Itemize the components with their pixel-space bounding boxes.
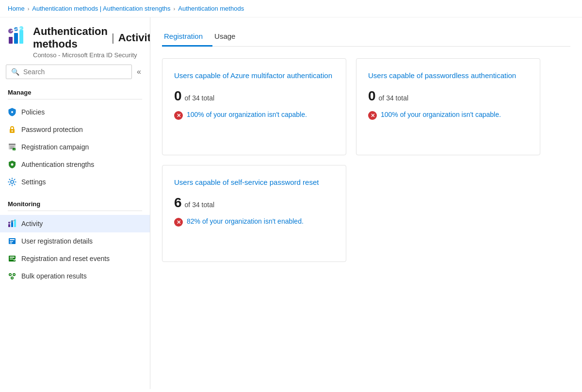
svg-rect-28: [10, 257, 15, 258]
sspr-card-title[interactable]: Users capable of self-service password r…: [174, 177, 334, 187]
manage-divider: [8, 99, 142, 99]
svg-rect-26: [10, 243, 12, 244]
passwordless-count-total: of 34 total: [379, 94, 409, 102]
app-icon: [8, 26, 27, 46]
sidebar-item-settings[interactable]: Settings: [0, 173, 150, 191]
mfa-count-number: 0: [174, 88, 182, 104]
settings-icon: [8, 178, 16, 186]
svg-rect-19: [14, 220, 16, 227]
registration-campaign-icon: ✓: [8, 143, 16, 151]
breadcrumb-auth-methods[interactable]: Authentication methods: [178, 5, 244, 12]
svg-rect-24: [10, 239, 15, 240]
svg-point-8: [12, 131, 13, 132]
monitoring-nav: Activity User registration details: [0, 215, 150, 285]
password-icon: [8, 125, 16, 134]
svg-text:✓: ✓: [13, 148, 15, 151]
tab-registration[interactable]: Registration: [162, 27, 212, 47]
sidebar-item-registration-events[interactable]: Registration and reset events: [0, 250, 150, 267]
password-protection-label: Password protection: [21, 126, 83, 133]
header-text-container: Authentication methods | Activity Contos…: [33, 25, 150, 59]
mfa-count-total: of 34 total: [185, 94, 215, 102]
svg-rect-25: [10, 241, 13, 242]
registration-events-icon: [8, 254, 16, 263]
sidebar-item-policies[interactable]: Policies: [0, 103, 150, 121]
search-input[interactable]: [23, 68, 127, 76]
sidebar-item-password-protection[interactable]: Password protection: [0, 121, 150, 138]
tab-bar: Registration Usage: [162, 27, 570, 47]
svg-point-6: [11, 111, 13, 113]
bulk-operations-label: Bulk operation results: [21, 272, 87, 280]
sspr-count-number: 6: [174, 195, 182, 211]
sidebar-item-registration-campaign[interactable]: ✓ Registration campaign: [0, 138, 150, 156]
mfa-error-icon: ✕: [174, 111, 183, 120]
activity-label: Activity: [21, 220, 43, 228]
user-registration-label: User registration details: [21, 237, 93, 245]
registration-events-label: Registration and reset events: [21, 255, 110, 262]
passwordless-card-title[interactable]: Users capable of passwordless authentica…: [368, 70, 528, 81]
sspr-card-count: 6 of 34 total: [174, 195, 334, 211]
page-title: Authentication methods | Activity: [33, 25, 150, 50]
settings-label: Settings: [21, 178, 46, 186]
mfa-card-title[interactable]: Users capable of Azure multifactor authe…: [174, 70, 334, 81]
page-title-section: Activity: [118, 32, 150, 44]
sidebar-item-activity[interactable]: Activity: [0, 215, 150, 232]
svg-point-15: [11, 163, 14, 166]
page-title-main: Authentication methods: [33, 25, 108, 50]
page-header: Authentication methods | Activity Contos…: [0, 17, 150, 65]
auth-strengths-icon: [8, 160, 16, 169]
passwordless-card-status: ✕ 100% of your organization isn't capabl…: [368, 111, 528, 120]
monitoring-divider: [8, 211, 142, 211]
policies-label: Policies: [21, 108, 45, 116]
breadcrumb-chevron-2: ›: [174, 6, 176, 12]
passwordless-error-icon: ✕: [368, 111, 377, 120]
tab-usage[interactable]: Usage: [212, 27, 245, 47]
search-icon: 🔍: [11, 68, 19, 76]
title-separator: |: [112, 32, 114, 44]
manage-section-title: Manage: [0, 85, 150, 99]
sidebar-item-bulk-operations[interactable]: Bulk operation results: [0, 267, 150, 285]
auth-strengths-label: Authentication strengths: [21, 161, 94, 168]
search-box: 🔍: [6, 65, 132, 79]
collapse-sidebar-button[interactable]: «: [134, 66, 144, 77]
sidebar-item-auth-strengths[interactable]: Authentication strengths: [0, 156, 150, 173]
svg-rect-2: [19, 30, 23, 44]
svg-point-33: [10, 274, 11, 275]
page-subtitle: Contoso - Microsoft Entra ID Security: [33, 51, 150, 59]
registration-campaign-label: Registration campaign: [21, 143, 89, 151]
monitoring-section-title: Monitoring: [0, 196, 150, 211]
breadcrumb-home[interactable]: Home: [8, 5, 25, 12]
svg-point-16: [11, 180, 14, 183]
mfa-card-status: ✕ 100% of your organization isn't capabl…: [174, 111, 334, 120]
bulk-operations-icon: [8, 272, 16, 280]
manage-nav: Policies Password protection: [0, 103, 150, 191]
svg-rect-17: [8, 224, 10, 227]
mfa-card: Users capable of Azure multifactor authe…: [162, 58, 346, 155]
breadcrumb-chevron-1: ›: [28, 6, 30, 12]
mfa-status-text: 100% of your organization isn't capable.: [187, 111, 307, 118]
sspr-card-status: ✕ 82% of your organization isn't enabled…: [174, 217, 334, 227]
sidebar-item-user-registration[interactable]: User registration details: [0, 232, 150, 250]
svg-rect-0: [9, 37, 13, 44]
passwordless-card-count: 0 of 34 total: [368, 88, 528, 104]
main-content: Registration Usage Users capable of Azur…: [150, 17, 582, 389]
search-row: 🔍 «: [0, 65, 150, 85]
svg-rect-1: [14, 33, 18, 44]
passwordless-card: Users capable of passwordless authentica…: [356, 58, 540, 155]
passwordless-count-number: 0: [368, 88, 376, 104]
passwordless-status-text: 100% of your organization isn't capable.: [381, 111, 501, 118]
sspr-error-icon: ✕: [174, 218, 183, 227]
breadcrumb: Home › Authentication methods | Authenti…: [0, 0, 582, 17]
sspr-status-text: 82% of your organization isn't enabled.: [187, 217, 304, 225]
svg-point-34: [14, 274, 15, 275]
policies-icon: [8, 108, 16, 116]
svg-rect-29: [10, 259, 13, 260]
svg-rect-18: [11, 222, 13, 227]
sspr-card: Users capable of self-service password r…: [162, 165, 346, 262]
breadcrumb-auth-strengths[interactable]: Authentication methods | Authentication …: [32, 5, 170, 12]
svg-point-35: [12, 278, 13, 278]
cards-grid: Users capable of Azure multifactor authe…: [162, 58, 570, 262]
user-registration-icon: [8, 237, 16, 245]
mfa-card-count: 0 of 34 total: [174, 88, 334, 104]
sspr-count-total: of 34 total: [185, 201, 215, 209]
activity-icon: [8, 219, 16, 228]
